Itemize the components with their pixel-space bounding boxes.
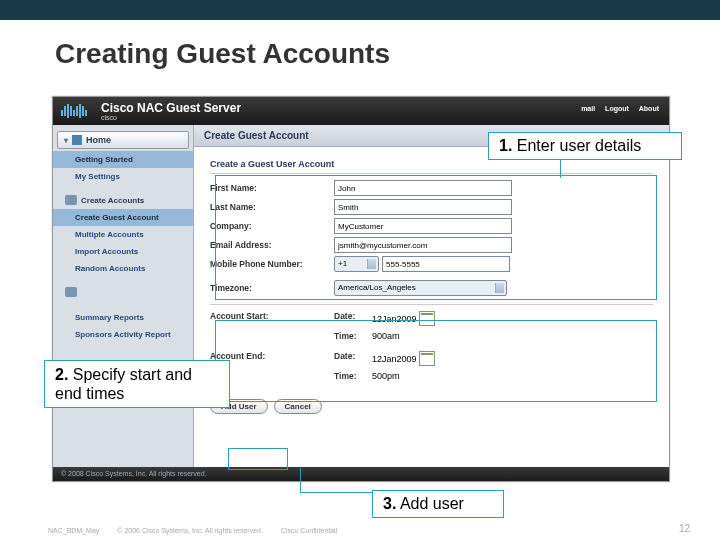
callout-1: 1. Enter user details xyxy=(488,132,682,160)
input-company[interactable] xyxy=(334,218,512,234)
app-footer: © 2008 Cisco Systems, Inc. All rights re… xyxy=(53,467,669,481)
label-first-name: First Name: xyxy=(210,183,334,193)
input-mobile[interactable] xyxy=(382,256,510,272)
accounts-icon xyxy=(65,195,77,205)
callout-3-connector-v xyxy=(300,468,301,492)
sidebar-item-getting-started[interactable]: Getting Started xyxy=(53,151,193,168)
label-start-time: Time: xyxy=(334,331,357,341)
footer-code: NAC_BDM_May xyxy=(48,527,99,534)
label-mobile: Mobile Phone Number: xyxy=(210,259,334,269)
sidebar-item-import-accounts[interactable]: Import Accounts xyxy=(53,243,193,260)
select-end-min[interactable]: 00 xyxy=(377,371,387,381)
sidebar-item-random-accounts[interactable]: Random Accounts xyxy=(53,260,193,277)
app-brand-sub: cisco xyxy=(101,114,117,121)
label-account-start: Account Start: xyxy=(210,311,269,321)
footer-confidential: Cisco Confidential xyxy=(281,527,337,534)
cisco-logo-icon xyxy=(61,104,87,118)
calendar-icon[interactable] xyxy=(419,351,435,366)
link-about[interactable]: About xyxy=(639,105,659,112)
label-end-time: Time: xyxy=(334,371,357,381)
sidebar-item-blank1[interactable] xyxy=(53,301,193,309)
select-end-ampm[interactable]: pm xyxy=(387,371,400,381)
callout-3-connector-h xyxy=(300,492,374,493)
select-timezone[interactable]: America/Los_Angeles xyxy=(334,280,507,296)
input-last-name[interactable] xyxy=(334,199,512,215)
sidebar-home-label: Home xyxy=(86,135,111,145)
slide-footer: NAC_BDM_May © 2006 Cisco Systems, Inc. A… xyxy=(48,527,353,534)
sidebar-item-summary-reports[interactable]: Summary Reports xyxy=(53,309,193,326)
header-links: mail Logout About xyxy=(573,105,659,112)
sidebar-group-label: Create Accounts xyxy=(81,196,144,205)
select-start-day[interactable]: 12 xyxy=(372,314,382,324)
label-company: Company: xyxy=(210,221,334,231)
footer-copyright: © 2006 Cisco Systems, Inc. All rights re… xyxy=(117,527,263,534)
link-logout[interactable]: Logout xyxy=(605,105,629,112)
sidebar-group-create-accounts[interactable]: Create Accounts xyxy=(53,191,193,209)
select-country-code[interactable]: +1 xyxy=(334,256,379,272)
sidebar-item-my-settings[interactable]: My Settings xyxy=(53,168,193,185)
label-timezone: Timezone: xyxy=(210,283,334,293)
home-icon xyxy=(72,135,82,145)
sidebar-group-reports[interactable] xyxy=(53,283,193,301)
select-start-month[interactable]: Jan xyxy=(382,314,397,324)
sidebar-home[interactable]: Home xyxy=(57,131,189,149)
calendar-icon[interactable] xyxy=(419,311,435,326)
sidebar-item-create-guest-account[interactable]: Create Guest Account xyxy=(53,209,193,226)
app-header: Cisco NAC Guest Server cisco mail Logout… xyxy=(53,97,669,125)
sidebar-item-blank2[interactable] xyxy=(53,343,193,351)
slide-title: Creating Guest Accounts xyxy=(0,20,720,82)
slide-top-bar xyxy=(0,0,720,20)
select-end-year[interactable]: 2009 xyxy=(397,354,417,364)
callout-1-connector xyxy=(560,158,561,178)
input-first-name[interactable] xyxy=(334,180,512,196)
reports-icon xyxy=(65,287,77,297)
label-email: Email Address: xyxy=(210,240,334,250)
select-start-year[interactable]: 2009 xyxy=(397,314,417,324)
label-start-date: Date: xyxy=(334,311,355,321)
callout-2: 2. Specify start and end times xyxy=(44,360,230,408)
page-number: 12 xyxy=(679,523,690,534)
input-email[interactable] xyxy=(334,237,512,253)
label-end-date: Date: xyxy=(334,351,355,361)
callout-3: 3. Add user xyxy=(372,490,504,518)
select-end-month[interactable]: Jan xyxy=(382,354,397,364)
select-end-day[interactable]: 12 xyxy=(372,354,382,364)
sidebar-item-multiple-accounts[interactable]: Multiple Accounts xyxy=(53,226,193,243)
select-start-ampm[interactable]: am xyxy=(387,331,400,341)
select-start-min[interactable]: 00 xyxy=(377,331,387,341)
main-panel: Create Guest Account Create a Guest User… xyxy=(194,125,669,467)
sidebar: Home Getting Started My Settings Create … xyxy=(53,125,194,467)
cancel-button[interactable]: Cancel xyxy=(274,399,322,414)
label-last-name: Last Name: xyxy=(210,202,334,212)
app-brand: Cisco NAC Guest Server xyxy=(101,101,241,115)
link-mail[interactable]: mail xyxy=(581,105,595,112)
sidebar-item-sponsors-activity[interactable]: Sponsors Activity Report xyxy=(53,326,193,343)
